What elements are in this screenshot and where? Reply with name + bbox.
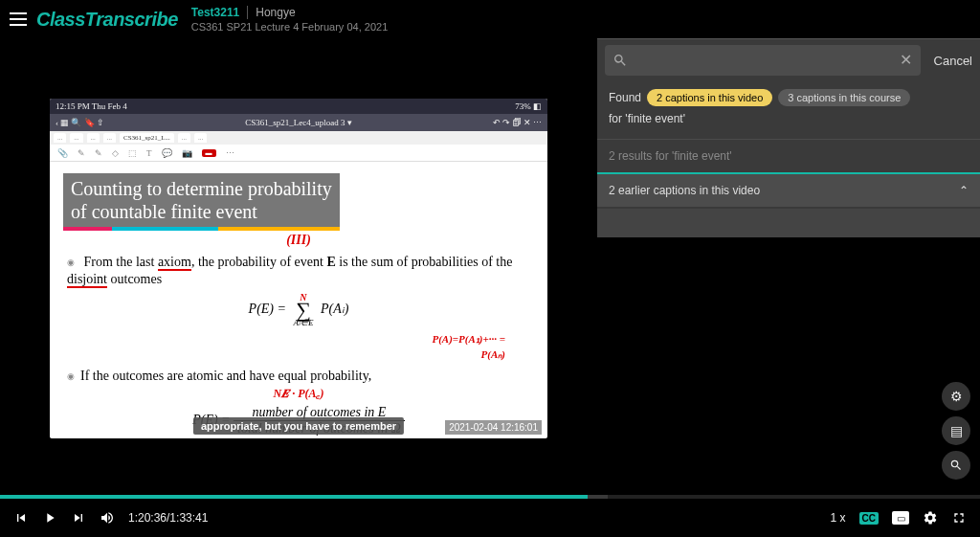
hand-annotation: P(Aₙ) xyxy=(481,348,505,360)
brand-logo[interactable]: ClassTranscribe xyxy=(36,9,178,31)
lecture-title: CS361 SP21 Lecture 4 February 04, 2021 xyxy=(191,21,388,33)
bookmark-button[interactable]: ▤ xyxy=(942,416,970,445)
slide-title-1: Counting to determine probability xyxy=(71,178,332,199)
pdf-toolbar: ‹ ▦ 🔍 🔖 ⇧ CS361_sp21_Lec4_upload 3 ▾ ↶ ↷… xyxy=(50,114,547,131)
cancel-button[interactable]: Cancel xyxy=(934,54,972,68)
found-summary: Found 2 captions in this video 3 caption… xyxy=(597,81,980,139)
ipad-battery: 73% ◧ xyxy=(515,101,542,111)
course-info: Test3211 Hongye CS361 SP21 Lecture 4 Feb… xyxy=(191,6,388,33)
slide-title-2: of countable finite event xyxy=(71,201,257,222)
user-link[interactable]: Test3211 xyxy=(191,6,239,19)
play-button[interactable] xyxy=(42,510,57,526)
active-tab: CS361_sp21_L... xyxy=(120,133,174,143)
annotation-toolbar: 📎✎✎◇⬚T💬📷 ▬⋯ xyxy=(50,145,547,162)
slide-body: Counting to determine probability of cou… xyxy=(50,162,547,438)
hand-annotation: P(A)=P(A₁)+··· = xyxy=(432,333,505,345)
search-popup: ✕ Cancel Found 2 captions in this video … xyxy=(597,38,980,237)
header-bar: ClassTranscribe Test3211 Hongye CS361 SP… xyxy=(0,0,980,38)
float-buttons: ⚙ ▤ xyxy=(942,382,970,480)
chevron-up-icon: ⌃ xyxy=(959,184,969,197)
hand-annotation: (III) xyxy=(286,233,311,247)
speed-button[interactable]: 1 x xyxy=(831,511,846,525)
pill-this-course[interactable]: 3 captions in this course xyxy=(778,89,910,106)
tab-strip: ............ CS361_sp21_L... ...... xyxy=(50,131,547,145)
marker-icon: ▬ xyxy=(202,149,216,157)
video-slide: 12:15 PM Thu Feb 4 73% ◧ ‹ ▦ 🔍 🔖 ⇧ CS361… xyxy=(50,99,547,438)
fullscreen-button[interactable] xyxy=(951,510,967,526)
author-label: Hongye xyxy=(247,6,295,19)
volume-button[interactable] xyxy=(100,510,115,526)
ipad-status-bar: 12:15 PM Thu Feb 4 73% ◧ xyxy=(50,99,547,114)
cc-button[interactable]: CC xyxy=(859,512,879,525)
doc-title: CS361_sp21_Lec4_upload 3 ▾ xyxy=(50,118,547,127)
search-icon xyxy=(612,53,628,68)
results-header: 2 results for 'finite event' xyxy=(597,139,980,172)
bullet-1: From the last axiom, the probability of … xyxy=(67,254,534,288)
equation-1: P(E) = N ∑ Aᵢ∈E P(Aᵢ) xyxy=(63,292,534,327)
hand-annotation: N𝑬 · P(A꜀) xyxy=(274,387,324,400)
time-display: 1:20:36/1:33:41 xyxy=(128,511,208,525)
search-input[interactable] xyxy=(635,54,894,68)
prev-button[interactable] xyxy=(13,510,29,526)
shuffle-button[interactable]: ⚙ xyxy=(942,382,970,411)
video-area[interactable]: 12:15 PM Thu Feb 4 73% ◧ ‹ ▦ 🔍 🔖 ⇧ CS361… xyxy=(0,38,597,499)
bullet-2: If the outcomes are atomic and have equa… xyxy=(67,368,534,385)
transcript-panel: ✕ Cancel Found 2 captions in this video … xyxy=(597,38,980,499)
pill-this-video[interactable]: 2 captions in this video xyxy=(647,89,772,106)
caption-overlay: appropriate, but you have to remember xyxy=(193,417,404,435)
menu-icon[interactable] xyxy=(10,12,27,26)
ipad-time: 12:15 PM Thu Feb 4 xyxy=(56,101,127,111)
player-controls: 1:20:36/1:33:41 1 x CC ▭ xyxy=(0,499,980,537)
next-button[interactable] xyxy=(71,510,86,526)
ad-button[interactable]: ▭ xyxy=(892,511,909,525)
settings-button[interactable] xyxy=(923,510,938,526)
empty-row xyxy=(597,209,980,237)
earlier-captions-bar[interactable]: 2 earlier captions in this video ⌃ xyxy=(597,172,980,207)
clear-search-icon[interactable]: ✕ xyxy=(900,54,913,67)
timestamp-overlay: 2021-02-04 12:16:01 xyxy=(445,420,542,435)
search-input-wrap[interactable]: ✕ xyxy=(605,45,921,76)
search-float-button[interactable] xyxy=(942,451,970,480)
